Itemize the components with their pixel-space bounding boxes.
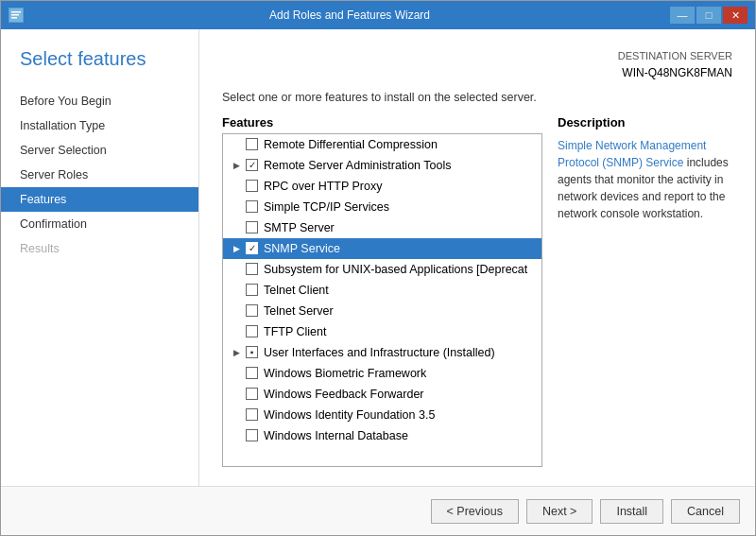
checkbox-rpc[interactable] bbox=[246, 180, 258, 192]
checkbox-tftp[interactable] bbox=[246, 325, 258, 337]
expand-placeholder-id bbox=[229, 407, 244, 423]
checkbox-internal-db[interactable] bbox=[246, 429, 258, 441]
svg-rect-1 bbox=[11, 11, 21, 13]
expand-placeholder-ts bbox=[229, 303, 244, 319]
expand-rsat[interactable]: ▶ bbox=[229, 158, 244, 173]
maximize-button[interactable]: □ bbox=[696, 7, 721, 24]
expand-placeholder-tcpip bbox=[229, 199, 244, 215]
svg-rect-3 bbox=[11, 17, 17, 19]
feature-label-snmp: SNMP Service bbox=[264, 242, 536, 255]
expand-ui-infra[interactable]: ▶ bbox=[229, 345, 244, 360]
features-section: Features Remote Differential Compression… bbox=[222, 115, 732, 468]
previous-button[interactable]: < Previous bbox=[431, 499, 519, 524]
footer: < Previous Next > Install Cancel bbox=[1, 486, 755, 535]
feature-remote-differential[interactable]: Remote Differential Compression bbox=[223, 134, 541, 155]
wizard-window: Add Roles and Features Wizard — □ ✕ Sele… bbox=[0, 0, 756, 536]
expand-placeholder-rpc bbox=[229, 179, 244, 194]
expand-snmp[interactable]: ▶ bbox=[229, 241, 244, 256]
instruction-text: Select one or more features to install o… bbox=[222, 91, 732, 104]
titlebar-title: Add Roles and Features Wizard bbox=[29, 9, 670, 22]
sidebar-item-confirmation[interactable]: Confirmation bbox=[1, 212, 198, 236]
checkbox-feedback[interactable] bbox=[246, 388, 258, 400]
feature-ui-infra[interactable]: ▶ User Interfaces and Infrastructure (In… bbox=[223, 342, 541, 363]
feature-label-unix: Subsystem for UNIX-based Applications [D… bbox=[264, 263, 536, 276]
svg-rect-2 bbox=[11, 14, 19, 16]
feature-label-rpc: RPC over HTTP Proxy bbox=[264, 180, 536, 193]
feature-tcpip[interactable]: Simple TCP/IP Services bbox=[223, 197, 541, 217]
checkbox-rsat[interactable] bbox=[246, 159, 258, 171]
feature-smtp[interactable]: SMTP Server bbox=[223, 217, 541, 238]
expand-placeholder-unix bbox=[229, 262, 244, 277]
destination-server-label: DESTINATION SERVER bbox=[618, 50, 732, 61]
feature-label-internal-db: Windows Internal Database bbox=[264, 429, 536, 442]
minimize-button[interactable]: — bbox=[670, 7, 695, 24]
next-button[interactable]: Next > bbox=[526, 499, 593, 524]
sidebar-item-server-selection[interactable]: Server Selection bbox=[1, 138, 198, 163]
checkbox-smtp[interactable] bbox=[246, 221, 258, 233]
feature-label-biometric: Windows Biometric Framework bbox=[264, 367, 536, 380]
sidebar-item-before-you-begin[interactable]: Before You Begin bbox=[1, 89, 198, 113]
titlebar-icon bbox=[9, 8, 24, 23]
feature-tftp[interactable]: TFTP Client bbox=[223, 321, 541, 342]
feature-label-feedback: Windows Feedback Forwarder bbox=[264, 388, 536, 401]
checkbox-telnet-client[interactable] bbox=[246, 284, 258, 296]
content-area: DESTINATION SERVER WIN-Q48NGK8FMAN Selec… bbox=[199, 29, 755, 486]
sidebar-title: Select features bbox=[1, 48, 198, 89]
expand-placeholder bbox=[229, 137, 244, 152]
feature-feedback[interactable]: Windows Feedback Forwarder bbox=[223, 384, 541, 405]
features-list-container: Features Remote Differential Compression… bbox=[222, 115, 542, 468]
feature-biometric[interactable]: Windows Biometric Framework bbox=[223, 363, 541, 384]
checkbox-unix[interactable] bbox=[246, 263, 258, 275]
feature-label-ui-infra: User Interfaces and Infrastructure (Inst… bbox=[264, 346, 536, 359]
sidebar-item-installation-type[interactable]: Installation Type bbox=[1, 113, 198, 138]
titlebar-controls: — □ ✕ bbox=[670, 7, 747, 24]
install-button[interactable]: Install bbox=[600, 499, 663, 524]
feature-rsat[interactable]: ▶ Remote Server Administration Tools bbox=[223, 155, 541, 176]
expand-placeholder-bio bbox=[229, 366, 244, 381]
checkbox-remote-differential[interactable] bbox=[246, 138, 258, 150]
expand-placeholder-tc bbox=[229, 283, 244, 298]
expand-placeholder-smtp bbox=[229, 220, 244, 235]
cancel-button[interactable]: Cancel bbox=[671, 499, 740, 524]
checkbox-telnet-server[interactable] bbox=[246, 304, 258, 317]
destination-server-name: WIN-Q48NGK8FMAN bbox=[222, 64, 732, 81]
feature-label-tcpip: Simple TCP/IP Services bbox=[264, 200, 536, 214]
expand-placeholder-tftp bbox=[229, 324, 244, 339]
description-text: Simple Network Management Protocol (SNMP… bbox=[558, 137, 732, 222]
feature-unix[interactable]: Subsystem for UNIX-based Applications [D… bbox=[223, 259, 541, 280]
description-panel: Description Simple Network Management Pr… bbox=[558, 115, 732, 468]
features-header: Features bbox=[222, 115, 542, 130]
checkbox-tcpip[interactable] bbox=[246, 200, 258, 213]
checkbox-identity[interactable] bbox=[246, 408, 258, 421]
titlebar: Add Roles and Features Wizard — □ ✕ bbox=[1, 1, 755, 29]
close-button[interactable]: ✕ bbox=[723, 7, 747, 24]
expand-placeholder-db bbox=[229, 428, 244, 443]
feature-label-telnet-server: Telnet Server bbox=[264, 304, 536, 318]
feature-identity[interactable]: Windows Identity Foundation 3.5 bbox=[223, 405, 541, 425]
features-list[interactable]: Remote Differential Compression ▶ Remote… bbox=[222, 133, 542, 468]
sidebar-item-features[interactable]: Features bbox=[1, 187, 198, 212]
description-header: Description bbox=[558, 115, 732, 130]
checkbox-ui-infra[interactable] bbox=[246, 346, 258, 358]
feature-telnet-server[interactable]: Telnet Server bbox=[223, 301, 541, 321]
feature-internal-db[interactable]: Windows Internal Database bbox=[223, 425, 541, 446]
destination-server-info: DESTINATION SERVER WIN-Q48NGK8FMAN bbox=[222, 48, 732, 81]
feature-label-tftp: TFTP Client bbox=[264, 325, 536, 338]
feature-label-identity: Windows Identity Foundation 3.5 bbox=[264, 408, 536, 422]
sidebar: Select features Before You Begin Install… bbox=[1, 29, 199, 486]
checkbox-snmp[interactable] bbox=[246, 242, 258, 254]
feature-telnet-client[interactable]: Telnet Client bbox=[223, 280, 541, 301]
checkbox-biometric[interactable] bbox=[246, 367, 258, 379]
sidebar-item-server-roles[interactable]: Server Roles bbox=[1, 163, 198, 187]
feature-label: Remote Differential Compression bbox=[264, 138, 536, 151]
feature-label-telnet-client: Telnet Client bbox=[264, 284, 536, 297]
sidebar-item-results: Results bbox=[1, 236, 198, 261]
feature-label-rsat: Remote Server Administration Tools bbox=[264, 159, 536, 172]
expand-placeholder-fb bbox=[229, 387, 244, 402]
feature-rpc[interactable]: RPC over HTTP Proxy bbox=[223, 176, 541, 197]
feature-label-smtp: SMTP Server bbox=[264, 221, 536, 234]
main-content: Select features Before You Begin Install… bbox=[1, 29, 755, 486]
feature-snmp[interactable]: ▶ SNMP Service bbox=[223, 238, 541, 259]
